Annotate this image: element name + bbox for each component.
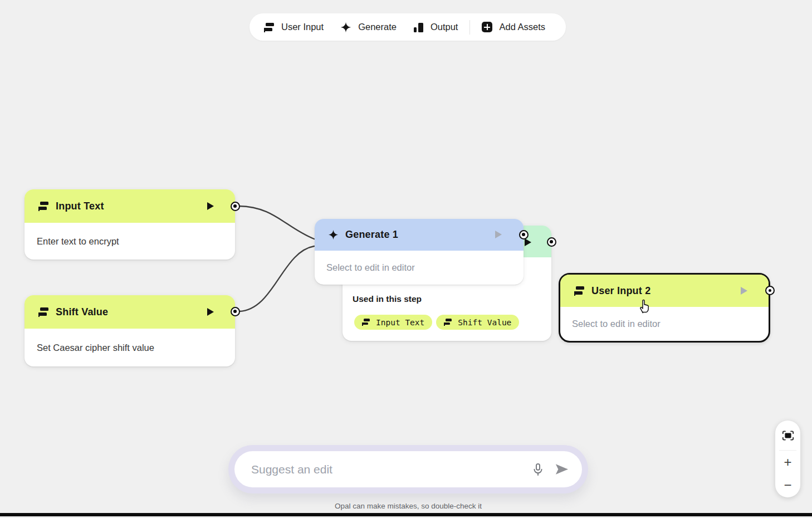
node-palette-toolbar: User Input Generate Output Add Assets: [250, 13, 566, 41]
chip-input-text[interactable]: Input Text: [354, 315, 432, 330]
send-button[interactable]: [550, 458, 573, 481]
suggest-edit-input[interactable]: [251, 463, 526, 476]
output-port-icon[interactable]: [519, 230, 529, 240]
canvas-zoom-controls: + −: [775, 421, 800, 497]
window-bottom-edge: [0, 513, 812, 516]
fit-screen-icon: [781, 430, 795, 441]
node-placeholder-text: Select to edit in editor: [315, 251, 524, 285]
toolbar-item-label: Generate: [358, 22, 397, 32]
run-step-button[interactable]: [207, 202, 214, 210]
node-title: Generate 1: [345, 229, 398, 241]
run-step-button[interactable]: [525, 238, 531, 246]
opal-workflow-canvas: User Input Generate Output Add Assets In…: [0, 0, 812, 518]
add-assets-button[interactable]: Add Assets: [473, 13, 554, 41]
user-input-icon: [38, 307, 49, 317]
add-assets-plus-icon: [482, 22, 492, 32]
user-input-icon: [574, 286, 585, 296]
add-output-button[interactable]: Output: [405, 13, 467, 41]
add-generate-button[interactable]: Generate: [332, 13, 405, 41]
output-port-icon[interactable]: [547, 237, 556, 247]
toolbar-divider: [469, 20, 470, 35]
node-generate-1[interactable]: Generate 1 Select to edit in editor: [315, 219, 524, 285]
node-user-input-2[interactable]: User Input 2 Select to edit in editor: [559, 273, 770, 343]
suggest-edit-field-wrap: [234, 451, 582, 487]
add-user-input-button[interactable]: User Input: [255, 13, 332, 41]
chip-label: Shift Value: [458, 318, 511, 327]
input-chip-row: Input Text Shift Value: [354, 315, 519, 330]
chip-shift-value[interactable]: Shift Value: [436, 315, 519, 330]
used-in-step-heading: Used in this step: [353, 294, 422, 304]
chip-label: Input Text: [376, 318, 424, 327]
run-step-button[interactable]: [741, 287, 747, 295]
node-title: User Input 2: [591, 285, 650, 297]
user-input-icon: [263, 22, 275, 32]
node-title: Shift Value: [56, 306, 108, 318]
send-icon: [554, 461, 570, 477]
run-step-button[interactable]: [207, 308, 214, 316]
user-input-icon: [444, 319, 452, 326]
node-generate-1-header[interactable]: Generate 1: [315, 219, 524, 251]
disclaimer-text: Opal can make mistakes, so double-check …: [228, 502, 588, 510]
bar-chart-icon: [413, 22, 424, 32]
toolbar-item-label: User Input: [281, 22, 324, 32]
user-input-icon: [362, 319, 370, 326]
sparkle-icon: [340, 22, 351, 33]
zoom-out-button[interactable]: −: [775, 473, 800, 496]
node-shift-value-header[interactable]: Shift Value: [25, 295, 235, 329]
user-input-icon: [38, 201, 49, 211]
node-description: Enter text to encrypt: [25, 223, 235, 260]
node-description: Set Caesar cipher shift value: [25, 329, 235, 366]
microphone-icon: [531, 462, 545, 477]
wire-shift-value-to-generate: [239, 246, 314, 311]
fit-to-screen-button[interactable]: [775, 421, 800, 450]
voice-input-button[interactable]: [526, 458, 550, 481]
output-port-icon[interactable]: [231, 202, 240, 211]
node-user-input-2-header[interactable]: User Input 2: [560, 275, 769, 307]
node-shift-value[interactable]: Shift Value Set Caesar cipher shift valu…: [25, 295, 235, 366]
wire-input-text-to-generate: [239, 206, 314, 239]
sparkle-icon: [328, 229, 339, 240]
node-input-text-header[interactable]: Input Text: [25, 189, 235, 223]
zoom-in-button[interactable]: +: [775, 451, 800, 473]
toolbar-item-label: Output: [431, 22, 458, 32]
suggest-edit-bar: [228, 445, 588, 493]
output-port-icon[interactable]: [765, 286, 775, 295]
toolbar-item-label: Add Assets: [499, 22, 545, 32]
node-placeholder-text: Select to edit in editor: [560, 307, 769, 341]
output-port-icon[interactable]: [231, 307, 240, 316]
node-input-text[interactable]: Input Text Enter text to encrypt: [25, 189, 235, 260]
run-step-button[interactable]: [495, 231, 502, 238]
node-title: Input Text: [56, 201, 104, 212]
